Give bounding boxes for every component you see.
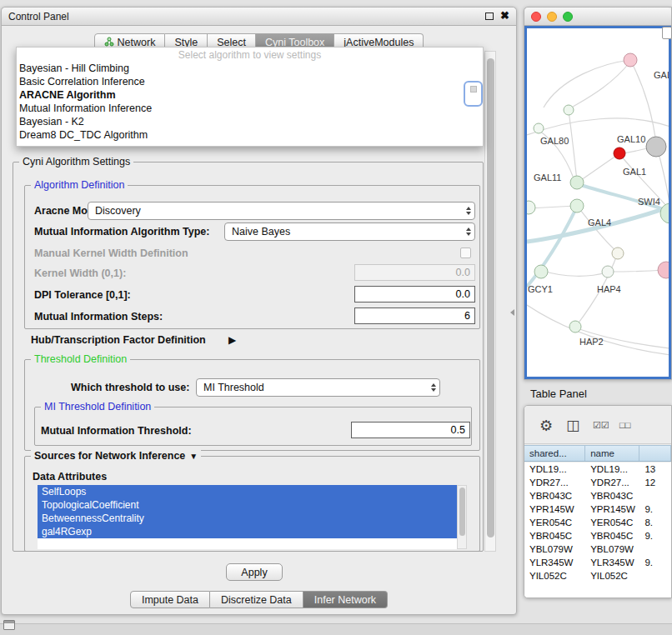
network-node[interactable] (570, 176, 584, 189)
gear-icon[interactable]: ⚙ (539, 417, 553, 435)
column-header[interactable]: name (585, 446, 639, 461)
manual-kernel-checkbox[interactable] (460, 248, 471, 258)
close-button[interactable] (531, 12, 541, 22)
table-row[interactable]: YPR145W YPR145W 9. (524, 502, 671, 516)
tab-discretize-data[interactable]: Discretize Data (210, 591, 303, 608)
network-node[interactable] (624, 53, 637, 67)
deselect-all-icon[interactable]: □□ (619, 420, 630, 430)
algorithm-combo-stepper[interactable] (464, 81, 483, 107)
network-node-labels: GAL80 GAL8 GAL10 GAL1 GAL11 SWI4 GAL4 GC… (528, 70, 670, 347)
table-row[interactable]: YLR345W YLR345W 9. (524, 556, 671, 569)
network-node[interactable] (612, 248, 624, 259)
scrollbar-thumb[interactable] (459, 488, 465, 536)
collapse-arrow-icon[interactable]: ▼ (189, 452, 198, 461)
cell: YDR27... (585, 476, 639, 489)
tab-impute-data[interactable]: Impute Data (130, 591, 210, 608)
table-panel-window: ⚙ ◫ ☑☑ □□ shared... name YDL19... YDL19.… (524, 405, 672, 598)
network-node[interactable] (658, 262, 670, 278)
manual-kernel-label: Manual Kernel Width Definition (34, 248, 188, 259)
table-row[interactable]: YBL079W YBL079W (524, 542, 671, 556)
dropdown-prompt: Select algorithm to view settings (17, 49, 483, 62)
dropdown-item[interactable]: Bayesian - K2 (17, 115, 483, 128)
network-node[interactable] (534, 265, 548, 278)
cell: 12 (639, 476, 671, 489)
scrollbar-thumb[interactable] (487, 58, 494, 538)
mi-type-combo[interactable]: Naive Bayes (224, 222, 475, 241)
node-label: GAL80 (540, 136, 569, 146)
column-header[interactable]: shared... (524, 446, 585, 461)
sources-title: Sources for Network Inference (34, 450, 185, 462)
dropdown-item[interactable]: Basic Correlation Inference (17, 75, 483, 88)
node-label: GAL1 (623, 167, 646, 177)
aracne-mode-combo[interactable]: Discovery (88, 202, 475, 220)
select-all-icon[interactable]: ☑☑ (593, 420, 609, 431)
tab-impute-data-label: Impute Data (142, 594, 198, 606)
table-row[interactable]: YDR27... YDR27... 12 (524, 476, 671, 489)
network-node-selected[interactable] (614, 148, 625, 159)
network-node[interactable] (570, 199, 584, 212)
dropdown-item[interactable]: Dream8 DC_TDC Algorithm (17, 128, 483, 142)
network-canvas[interactable]: GAL80 GAL8 GAL10 GAL1 GAL11 SWI4 GAL4 GC… (524, 26, 671, 379)
table-header: shared... name (524, 445, 671, 462)
close-icon[interactable]: ✖ (500, 9, 509, 22)
apply-button[interactable]: Apply (226, 563, 283, 581)
attribute-item-selected[interactable]: TopologicalCoefficient (38, 498, 457, 512)
splitter-collapse-icon[interactable] (510, 309, 514, 316)
expand-arrow-icon[interactable]: ▶ (228, 334, 236, 346)
stepper-button (470, 86, 477, 92)
bottom-strip (0, 623, 672, 635)
table-row[interactable]: YDL19... YDL19... 13 (524, 462, 671, 476)
dpi-tolerance-label: DPI Tolerance [0,1]: (34, 289, 131, 301)
table-row[interactable]: YBR043C YBR043C (524, 489, 671, 502)
table-row[interactable]: YBR045C YBR045C 9. (524, 529, 671, 542)
columns-icon[interactable]: ◫ (566, 417, 579, 434)
network-node[interactable] (646, 137, 666, 157)
attribute-list-scrollbar[interactable] (457, 485, 467, 549)
which-threshold-value: MI Threshold (203, 382, 264, 393)
network-node[interactable] (569, 321, 581, 332)
mi-steps-input[interactable] (354, 308, 475, 324)
attribute-item-selected[interactable]: BetweennessCentrality (38, 512, 457, 525)
zoom-button[interactable] (563, 12, 573, 22)
network-window-titlebar[interactable] (524, 8, 671, 26)
attribute-item-selected[interactable]: SelfLoops (38, 485, 457, 498)
network-node[interactable] (660, 203, 670, 223)
cell: 9. (639, 556, 671, 569)
mi-threshold-title: MI Threshold Definition (41, 401, 154, 412)
node-label: HAP4 (597, 284, 621, 294)
dropdown-item-selected[interactable]: ARACNE Algorithm (17, 88, 483, 102)
minimize-button[interactable] (547, 12, 557, 22)
cell: YER054C (524, 516, 585, 529)
birdseye-toggle[interactable] (662, 27, 672, 39)
tab-infer-network[interactable]: Infer Network (303, 591, 388, 608)
attribute-list[interactable]: SelfLoops TopologicalCoefficient Between… (38, 485, 457, 549)
settings-scrollbar[interactable] (484, 51, 496, 552)
dpi-tolerance-input[interactable] (354, 286, 475, 302)
network-node[interactable] (527, 201, 535, 214)
mi-threshold-input[interactable] (351, 422, 470, 438)
column-header[interactable] (639, 446, 671, 461)
cell: YIL052C (524, 569, 585, 582)
kernel-width-input[interactable] (354, 264, 475, 281)
minimized-window-icon[interactable] (3, 620, 15, 630)
table-row[interactable]: YER054C YER054C 8. (524, 516, 671, 529)
dropdown-item[interactable]: Mutual Information Inference (17, 102, 483, 115)
network-node[interactable] (564, 105, 574, 115)
node-label: GAL4 (588, 218, 611, 228)
cell: YPR145W (524, 502, 585, 516)
attribute-item-selected[interactable]: gal4RGexp (38, 525, 457, 538)
table-row[interactable]: YIL052C YIL052C (524, 569, 671, 582)
cell: YER054C (585, 516, 639, 529)
dropdown-item[interactable]: Bayesian - Hill Climbing (17, 62, 483, 75)
restore-icon[interactable] (485, 12, 494, 20)
control-panel-titlebar[interactable]: Control Panel ✖ (2, 8, 516, 26)
tab-discretize-data-label: Discretize Data (221, 594, 292, 606)
network-view-window: GAL80 GAL8 GAL10 GAL1 GAL11 SWI4 GAL4 GC… (524, 7, 672, 380)
mi-type-value: Naive Bayes (232, 226, 290, 238)
network-node[interactable] (534, 123, 544, 133)
cyni-bottom-tabbar: Impute Data Discretize Data Infer Networ… (2, 591, 516, 608)
cell: YBR043C (524, 489, 585, 502)
which-threshold-combo[interactable]: MI Threshold (196, 378, 440, 397)
network-node[interactable] (602, 266, 614, 278)
algorithm-dropdown-popup: Select algorithm to view settings Bayesi… (16, 47, 484, 147)
